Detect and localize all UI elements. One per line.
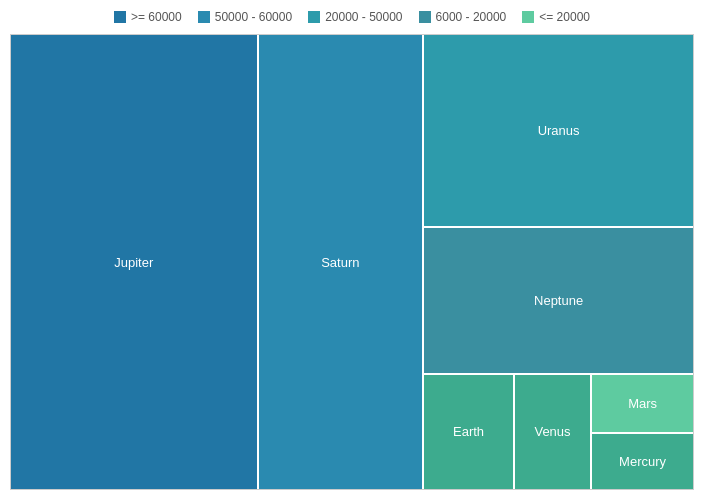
legend-label-2: 50000 - 60000 bbox=[215, 10, 292, 24]
legend: >= 60000 50000 - 60000 20000 - 50000 600… bbox=[10, 10, 694, 24]
legend-item-4: 6000 - 20000 bbox=[419, 10, 507, 24]
jupiter-cell[interactable]: Jupiter bbox=[11, 35, 257, 489]
venus-label: Venus bbox=[534, 424, 570, 439]
legend-item-2: 50000 - 60000 bbox=[198, 10, 292, 24]
legend-item-1: >= 60000 bbox=[114, 10, 182, 24]
uranus-label: Uranus bbox=[538, 123, 580, 138]
jupiter-label: Jupiter bbox=[114, 255, 153, 270]
mercury-label: Mercury bbox=[619, 454, 666, 469]
legend-color-1 bbox=[114, 11, 126, 23]
legend-label-5: <= 20000 bbox=[539, 10, 590, 24]
legend-color-5 bbox=[522, 11, 534, 23]
mercury-cell[interactable]: Mercury bbox=[592, 434, 693, 489]
legend-label-3: 20000 - 50000 bbox=[325, 10, 402, 24]
neptune-cell[interactable]: Neptune bbox=[424, 228, 693, 373]
earth-cell[interactable]: Earth bbox=[424, 375, 513, 489]
right-column: Uranus Neptune Earth Venus bbox=[424, 35, 693, 489]
venus-cell[interactable]: Venus bbox=[515, 375, 590, 489]
legend-color-4 bbox=[419, 11, 431, 23]
mars-cell[interactable]: Mars bbox=[592, 375, 693, 432]
legend-color-2 bbox=[198, 11, 210, 23]
legend-item-5: <= 20000 bbox=[522, 10, 590, 24]
legend-color-3 bbox=[308, 11, 320, 23]
uranus-cell[interactable]: Uranus bbox=[424, 35, 693, 226]
legend-item-3: 20000 - 50000 bbox=[308, 10, 402, 24]
legend-label-4: 6000 - 20000 bbox=[436, 10, 507, 24]
neptune-label: Neptune bbox=[534, 293, 583, 308]
chart-container: >= 60000 50000 - 60000 20000 - 50000 600… bbox=[0, 0, 704, 500]
mars-label: Mars bbox=[628, 396, 657, 411]
right-mini-column: Mars Mercury bbox=[592, 375, 693, 489]
legend-label-1: >= 60000 bbox=[131, 10, 182, 24]
saturn-label: Saturn bbox=[321, 255, 359, 270]
bottom-row: Earth Venus Mars Mercury bbox=[424, 375, 693, 489]
treemap: Jupiter Saturn Uranus Neptune Earth bbox=[10, 34, 694, 490]
earth-label: Earth bbox=[453, 424, 484, 439]
saturn-cell[interactable]: Saturn bbox=[259, 35, 423, 489]
